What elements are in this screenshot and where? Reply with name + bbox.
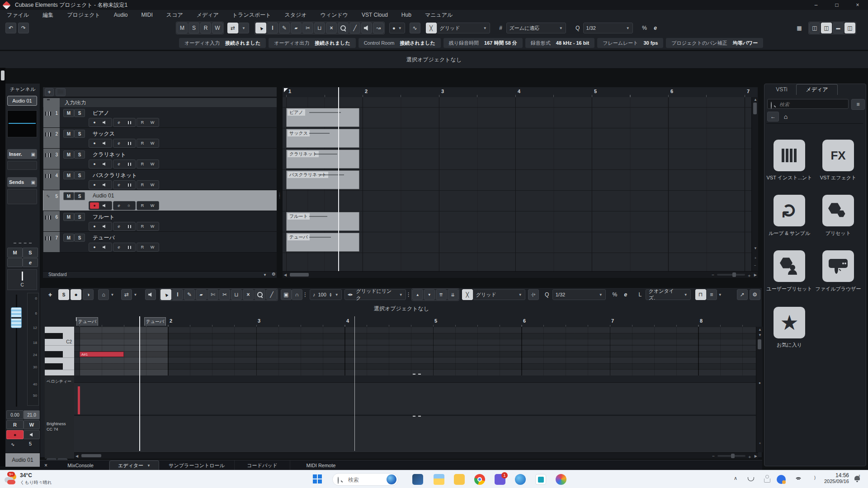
midi-clip-piano[interactable]: ピアノ (286, 108, 359, 127)
monitor-icon[interactable] (100, 182, 109, 188)
write-icon[interactable]: W (148, 161, 157, 167)
glue-tool-icon[interactable] (314, 23, 325, 33)
midi-clip-flute[interactable]: フルート (286, 212, 359, 231)
project-start-marker[interactable] (284, 88, 288, 92)
snap-to-zero-icon[interactable] (410, 23, 420, 33)
scroll-down-icon[interactable]: ▼ (754, 246, 757, 250)
edit-channel-icon[interactable]: e (114, 182, 123, 188)
tab-vsti[interactable]: VSTi (769, 84, 794, 95)
send-slot[interactable] (7, 189, 37, 204)
track-mute-button[interactable]: M (63, 109, 74, 117)
sends-header[interactable]: Sends (7, 177, 37, 187)
solo-all-button[interactable]: S (189, 23, 199, 33)
media-search-box[interactable] (767, 99, 849, 109)
part-editing-mode-icon[interactable]: ⊓ (695, 289, 706, 300)
length-quantize-dropdown[interactable]: クオンタイズ.▼ (646, 289, 691, 300)
split-tool-icon[interactable] (302, 23, 313, 33)
scroll-right-icon[interactable]: ▶ (754, 273, 757, 277)
midi-clip-sax[interactable]: サックス (286, 129, 359, 148)
weather-widget[interactable]: 9+ (4, 473, 17, 486)
color-menu[interactable]: ●▼ (389, 23, 405, 33)
tile-presets[interactable] (822, 195, 854, 226)
write-icon[interactable]: W (148, 223, 157, 230)
tile-loops-samples[interactable]: ↻ (774, 195, 805, 226)
track-solo-button[interactable]: S (74, 234, 85, 242)
hzoom-plus-icon[interactable]: ＋ (747, 454, 752, 460)
hzoom-minus-icon[interactable]: − (712, 272, 714, 277)
strip-divider[interactable] (14, 243, 32, 244)
monitor-icon[interactable] (100, 161, 109, 167)
velocity-bar[interactable] (78, 386, 80, 414)
editor-quantize-dropdown[interactable]: 1/32▼ (552, 289, 606, 300)
tile-vst-instruments[interactable] (774, 140, 805, 171)
left-zone-handle[interactable] (1, 70, 5, 80)
track-preset-name[interactable]: Standard (48, 272, 67, 277)
track-solo-button[interactable]: S (74, 130, 85, 138)
track-list-settings-icon[interactable] (272, 272, 276, 277)
show-part-borders-icon[interactable] (98, 289, 109, 300)
track-mute-button[interactable]: M (63, 192, 74, 200)
iterative-quantize-icon[interactable]: % (639, 23, 650, 33)
read-icon[interactable]: R (138, 244, 147, 250)
menu-manual[interactable]: マニュアル (418, 11, 459, 19)
read-all-button[interactable]: R (200, 23, 211, 33)
vzoom-plus-icon[interactable]: ＋ (758, 441, 762, 446)
control-room-chip[interactable]: Control Room接続されました (359, 38, 441, 48)
scroll-up-icon[interactable]: ▲ (754, 98, 757, 102)
taskbar-chrome-icon[interactable] (474, 474, 485, 485)
taskbar-code-app-icon[interactable] (535, 474, 546, 485)
velocity-value[interactable]: 100 (318, 292, 326, 297)
taskbar-purple-app-icon[interactable]: 1 (495, 474, 505, 485)
cc-lane-label-line2[interactable]: CC 74 (47, 427, 58, 432)
midi-io-icon[interactable] (124, 244, 133, 250)
midi-io-icon[interactable] (124, 119, 133, 126)
right-zone-toggle-icon[interactable] (844, 23, 855, 33)
edit-channel-icon[interactable]: e (114, 223, 123, 230)
monitor-icon[interactable] (100, 244, 109, 250)
tab-midi-remote[interactable]: MIDI Remote (290, 460, 352, 470)
midi-io-icon[interactable] (124, 182, 133, 188)
track-name[interactable]: クラリネット (93, 151, 126, 159)
record-arm-icon[interactable]: ● (90, 223, 99, 230)
pan-control[interactable]: C (7, 269, 37, 290)
edit-channel-icon[interactable]: e (114, 119, 123, 126)
volume-value[interactable]: 0.00 (6, 410, 24, 419)
channel-edit-button[interactable]: e (23, 258, 38, 267)
cc74-lane[interactable] (74, 415, 758, 453)
editor-cursor[interactable] (139, 316, 140, 451)
maximize-button[interactable]: □ (826, 0, 847, 10)
editor-range-tool-icon[interactable] (172, 289, 183, 300)
read-icon[interactable]: R (138, 161, 147, 167)
midi-note-a-sharp-1[interactable]: A#1 (80, 352, 124, 357)
arrangement-ruler[interactable]: 1 2 3 4 5 6 7 (283, 87, 758, 98)
monitor-button[interactable] (24, 430, 40, 439)
midi-io-icon[interactable] (124, 223, 133, 230)
inserts-header[interactable]: Inser. (7, 149, 37, 159)
record-arm-icon[interactable]: ● (90, 140, 99, 146)
velocity-control[interactable]: 100 ▲▼ ▼ (310, 289, 342, 300)
read-icon[interactable]: R (138, 202, 147, 209)
close-button[interactable]: × (847, 0, 868, 10)
acoustic-feedback-icon[interactable] (83, 289, 94, 300)
taskbar-colorful-app-icon[interactable] (556, 474, 566, 485)
write-automation-button[interactable]: W (24, 420, 40, 429)
track-row-audio01-selected[interactable]: ∿5 M S Audio 01 ● e○ RW (43, 190, 277, 211)
midi-clip-tuba[interactable]: テューバ (286, 233, 359, 252)
quantize-panel-icon[interactable]: e (650, 23, 661, 33)
write-all-button[interactable]: W (212, 23, 223, 33)
record-time-chip[interactable]: 残り録音時間167 時間 58 分 (443, 38, 523, 48)
undo-icon[interactable] (5, 23, 16, 33)
track-solo-button[interactable]: S (74, 150, 85, 159)
write-icon[interactable]: W (148, 244, 157, 250)
black-key[interactable] (45, 363, 63, 370)
track-name[interactable]: サックス (93, 130, 115, 138)
read-icon[interactable]: R (138, 140, 147, 146)
editor-split-tool-icon[interactable] (219, 289, 230, 300)
close-lower-zone-icon[interactable]: × (40, 462, 52, 469)
vzoom-plus-icon[interactable]: ＋ (754, 255, 757, 260)
record-arm-icon[interactable]: ● (90, 182, 99, 188)
object-selection-tool-icon[interactable] (255, 23, 266, 33)
record-enable-button[interactable]: ● (6, 430, 24, 439)
track-row-clarinet[interactable]: 3 M S クラリネット ● e RW (43, 149, 277, 169)
media-list-view-icon[interactable] (851, 99, 865, 110)
